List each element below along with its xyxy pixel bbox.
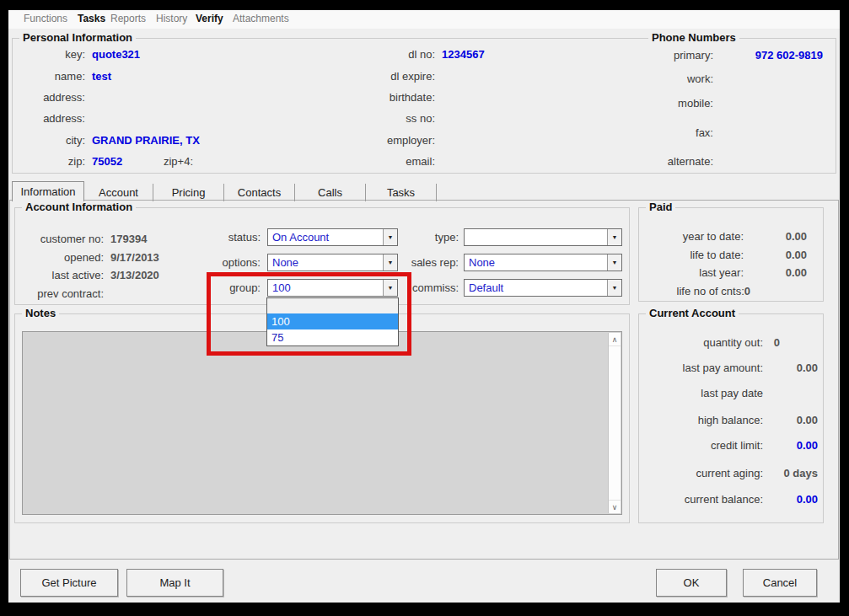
account-info-groupbox: Account Information customer no: 179394 … [14, 207, 630, 305]
current-account-groupbox: Current Account quantity out: 0 last pay… [638, 313, 824, 523]
group-dropdown-option-75[interactable]: 75 [267, 329, 398, 345]
chevron-down-icon: ▼ [612, 285, 618, 291]
ss-no-label: ss no: [333, 112, 435, 125]
menu-bar: Functions Tasks Reports History Verify A… [8, 10, 840, 29]
customer-no-label: customer no: [22, 233, 104, 245]
cancel-button[interactable]: Cancel [743, 569, 817, 597]
credit-limit-label: credit limit: [646, 439, 763, 452]
tab-strip: Information Account Pricing Contacts Cal… [12, 180, 437, 201]
year-to-date-label: year to date: [646, 230, 744, 243]
quantity-out-label: quantity out: [646, 336, 763, 349]
scroll-down-icon[interactable]: ∨ [609, 500, 621, 513]
app-screenshot: { "colors": { "value_blue": "#0000e0", "… [0, 0, 849, 616]
dl-no-value: 1234567 [442, 48, 485, 61]
notes-scrollbar[interactable]: ∧ ∨ [608, 333, 621, 513]
fax-label: fax: [603, 126, 713, 139]
paid-title: Paid [646, 201, 675, 213]
account-info-title: Account Information [22, 201, 136, 213]
commiss-combobox-value: Default [469, 281, 503, 294]
name-label: name: [13, 70, 85, 83]
life-no-of-cnts-row: life no of cnts:0 [646, 285, 750, 297]
opened-label: opened: [22, 251, 104, 264]
scroll-up-icon[interactable]: ∧ [609, 333, 621, 346]
customer-no-value: 179394 [110, 233, 147, 245]
commiss-label: commiss: [378, 281, 459, 294]
current-balance-value: 0.00 [766, 493, 818, 506]
chevron-down-icon: ▼ [612, 260, 618, 265]
opened-value: 9/17/2013 [110, 251, 159, 264]
last-active-value: 3/13/2020 [110, 269, 159, 281]
menu-tasks[interactable]: Tasks [78, 13, 105, 24]
menu-reports[interactable]: Reports [110, 13, 146, 24]
last-year-label: last year: [646, 266, 744, 279]
tab-calls[interactable]: Calls [295, 184, 366, 201]
tab-tasks[interactable]: Tasks [366, 184, 437, 201]
current-aging-value: 0 days [766, 467, 818, 479]
notes-title: Notes [22, 307, 59, 319]
information-tab-panel: Account Information customer no: 179394 … [9, 200, 839, 560]
birthdate-label: birthdate: [333, 91, 435, 104]
phone-numbers-title: Phone Numbers [648, 31, 739, 44]
options-combobox-value: None [272, 256, 298, 269]
dl-no-label: dl no: [333, 48, 435, 61]
menu-verify[interactable]: Verify [196, 13, 223, 24]
type-label: type: [378, 231, 459, 244]
tab-account[interactable]: Account [84, 184, 153, 201]
last-active-label: last active: [22, 269, 104, 281]
notes-textarea[interactable]: ∧ ∨ [22, 331, 622, 515]
work-phone-label: work: [603, 72, 713, 85]
high-balance-value: 0.00 [766, 414, 818, 426]
life-no-of-cnts-label: life no of cnts: [677, 285, 744, 297]
group-dropdown-option-empty[interactable] [267, 298, 398, 313]
last-pay-amount-label: last pay amount: [646, 362, 763, 374]
sales-rep-label: sales rep: [378, 256, 459, 269]
email-label: email: [333, 155, 435, 168]
menu-attachments[interactable]: Attachments [233, 13, 289, 24]
address1-label: address: [13, 91, 85, 104]
tab-pricing[interactable]: Pricing [153, 184, 224, 201]
address2-label: address: [13, 112, 85, 125]
group-label: group: [184, 281, 261, 294]
group-combobox-value: 100 [272, 281, 291, 294]
tab-contacts[interactable]: Contacts [224, 184, 295, 201]
current-account-title: Current Account [646, 307, 739, 319]
life-no-of-cnts-value: 0 [744, 285, 750, 297]
app-window: Functions Tasks Reports History Verify A… [8, 10, 840, 603]
commiss-combobox-arrow[interactable]: ▼ [607, 280, 621, 296]
dl-expire-label: dl expire: [333, 70, 435, 83]
personal-info-title: Personal Information [19, 31, 136, 44]
year-to-date-value: 0.00 [749, 230, 807, 243]
name-value: test [92, 70, 111, 83]
status-label: status: [184, 231, 261, 244]
last-pay-amount-value: 0.00 [766, 362, 818, 374]
zip-value: 75052 [92, 155, 122, 168]
last-pay-date-label: last pay date [646, 387, 763, 399]
chevron-down-icon: ▼ [612, 234, 618, 240]
type-combobox-arrow[interactable]: ▼ [607, 229, 621, 245]
life-to-date-value: 0.00 [749, 249, 807, 261]
alternate-phone-label: alternate: [603, 155, 713, 168]
last-year-value: 0.00 [749, 266, 807, 279]
ok-button[interactable]: OK [656, 569, 727, 597]
menu-history[interactable]: History [156, 13, 187, 24]
life-to-date-label: life to date: [646, 249, 744, 261]
sales-rep-combobox[interactable]: None ▼ [464, 254, 622, 271]
commiss-combobox[interactable]: Default ▼ [464, 279, 622, 297]
tab-information[interactable]: Information [12, 181, 84, 201]
city-label: city: [13, 134, 85, 147]
type-combobox[interactable]: ▼ [464, 228, 622, 246]
menu-functions[interactable]: Functions [24, 13, 67, 24]
primary-phone-value: 972 602-9819 [720, 49, 823, 62]
high-balance-label: high balance: [646, 414, 763, 426]
prev-contract-label: prev contract: [22, 287, 104, 300]
personal-info-section: Personal Information Phone Numbers key: … [12, 38, 836, 174]
options-label: options: [184, 256, 261, 269]
get-picture-button[interactable]: Get Picture [20, 569, 118, 597]
group-dropdown-option-100[interactable]: 100 [267, 313, 398, 329]
sales-rep-combobox-arrow[interactable]: ▼ [607, 254, 621, 271]
city-value: GRAND PRAIRIE, TX [92, 134, 200, 147]
group-dropdown-list: 100 75 [266, 297, 399, 346]
current-balance-label: current balance: [646, 493, 763, 506]
map-it-button[interactable]: Map It [126, 569, 223, 597]
sales-rep-combobox-value: None [469, 256, 495, 269]
